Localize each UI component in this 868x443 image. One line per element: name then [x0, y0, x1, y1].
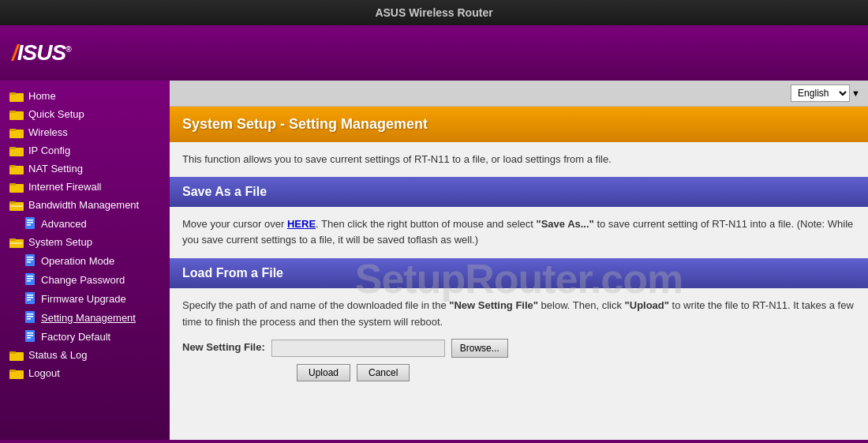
language-selector[interactable]: English French German Spanish Chinese	[791, 84, 850, 102]
sidebar-item-factory-default[interactable]: Factory Default	[0, 327, 170, 346]
sidebar-item-change-password[interactable]: Change Password	[0, 270, 170, 289]
svg-rect-9	[9, 165, 16, 167]
cancel-button[interactable]: Cancel	[357, 364, 410, 381]
folder-icon	[9, 368, 24, 379]
svg-rect-41	[27, 337, 31, 339]
svg-rect-3	[9, 111, 16, 113]
sidebar-item-bandwidth-management[interactable]: Bandwidth Management	[0, 196, 170, 214]
top-bar: ASUS Wireless Router	[0, 0, 868, 25]
folder-icon	[9, 350, 24, 361]
svg-rect-21	[10, 242, 23, 244]
load-section-header: Load From a File	[170, 258, 868, 288]
page-icon	[25, 311, 36, 324]
svg-rect-17	[27, 222, 33, 223]
svg-rect-23	[27, 257, 33, 258]
folder-icon	[9, 163, 24, 175]
folder-icon	[9, 91, 24, 102]
svg-rect-36	[27, 316, 33, 317]
folder-icon	[9, 237, 24, 248]
svg-rect-33	[27, 299, 31, 301]
svg-rect-16	[27, 220, 33, 221]
sidebar-item-ip-config[interactable]: IP Config	[0, 141, 170, 160]
here-link[interactable]: HERE	[287, 218, 316, 230]
svg-rect-39	[27, 332, 33, 334]
svg-rect-5	[9, 129, 16, 131]
sidebar-item-system-setup[interactable]: System Setup	[0, 233, 170, 251]
svg-rect-28	[27, 278, 33, 280]
folder-icon	[9, 145, 24, 156]
header: /ISUS®	[0, 25, 868, 81]
sidebar-item-home[interactable]: Home	[0, 87, 170, 105]
sidebar-item-status-log[interactable]: Status & Log	[0, 346, 170, 364]
new-setting-file-input[interactable]	[271, 340, 445, 357]
sidebar-item-setting-management[interactable]: Setting Management	[0, 308, 170, 327]
svg-rect-1	[9, 92, 16, 95]
svg-rect-7	[9, 147, 16, 149]
svg-rect-43	[9, 351, 16, 354]
save-section-header: Save As a File	[170, 177, 868, 207]
svg-rect-11	[9, 183, 16, 186]
svg-rect-13	[9, 201, 16, 204]
sidebar-item-quick-setup[interactable]: Quick Setup	[0, 105, 170, 123]
sidebar-item-advanced[interactable]: Advanced	[0, 214, 170, 233]
svg-rect-14	[10, 205, 23, 207]
action-row: Upload Cancel	[182, 364, 855, 381]
page-icon	[25, 292, 36, 305]
main-layout: Home Quick Setup Wireless IP Config NAT …	[0, 81, 868, 440]
svg-rect-29	[27, 280, 31, 282]
svg-rect-31	[27, 295, 33, 296]
sidebar: Home Quick Setup Wireless IP Config NAT …	[0, 81, 170, 440]
content-area: English French German Spanish Chinese ▼ …	[170, 81, 868, 440]
save-section-content: Move your cursor over HERE. Then click t…	[170, 207, 868, 259]
sidebar-item-internet-firewall[interactable]: Internet Firewall	[0, 178, 170, 196]
browse-button[interactable]: Browse...	[451, 339, 508, 358]
sidebar-item-logout[interactable]: Logout	[0, 364, 170, 382]
svg-rect-32	[27, 297, 33, 298]
sidebar-item-wireless[interactable]: Wireless	[0, 123, 170, 141]
folder-icon	[9, 109, 24, 120]
sidebar-item-nat-setting[interactable]: NAT Setting	[0, 160, 170, 178]
dropdown-arrow: ▼	[851, 88, 860, 98]
folder-icon	[9, 182, 24, 193]
page-icon	[25, 273, 36, 286]
page-title-bar: System Setup - Setting Management	[170, 107, 868, 142]
svg-rect-35	[27, 313, 33, 315]
svg-rect-24	[27, 259, 33, 261]
page-icon	[25, 217, 36, 230]
logo: /ISUS®	[12, 40, 71, 66]
svg-rect-20	[9, 238, 16, 241]
svg-rect-25	[27, 261, 31, 263]
sidebar-item-operation-mode[interactable]: Operation Mode	[0, 251, 170, 270]
svg-rect-27	[27, 276, 33, 277]
svg-rect-45	[9, 370, 16, 372]
svg-rect-18	[27, 224, 31, 226]
top-bar-title: ASUS Wireless Router	[375, 6, 492, 19]
svg-rect-40	[27, 335, 33, 336]
page-icon	[25, 330, 36, 343]
page-description: This function allows you to save current…	[170, 142, 868, 177]
sidebar-item-firmware-upgrade[interactable]: Firmware Upgrade	[0, 289, 170, 308]
new-setting-file-label: New Setting File:	[182, 340, 265, 356]
upload-button[interactable]: Upload	[297, 364, 350, 381]
folder-icon	[9, 127, 24, 138]
svg-rect-37	[27, 318, 31, 320]
load-description: Specify the path of and name of the down…	[182, 298, 855, 331]
page-icon	[25, 254, 36, 267]
load-section-content: Specify the path of and name of the down…	[170, 288, 868, 391]
folder-icon	[9, 200, 24, 211]
language-bar: English French German Spanish Chinese ▼	[170, 81, 868, 107]
page-title: System Setup - Setting Management	[182, 116, 855, 133]
new-setting-file-row: New Setting File: Browse...	[182, 339, 855, 358]
